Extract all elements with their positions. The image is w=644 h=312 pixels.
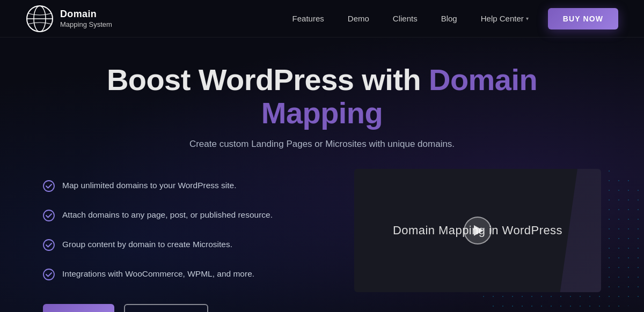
hero-section: Boost WordPress with Domain Mapping Crea… — [0, 38, 644, 312]
hero-left: Map unlimited domains to your WordPress … — [43, 169, 337, 312]
demo-button[interactable]: DEMO — [43, 304, 114, 312]
svg-point-6 — [43, 269, 54, 280]
nav-blog[interactable]: Blog — [441, 14, 457, 23]
logo-name-main: Domain — [60, 9, 112, 20]
feature-text-4: Integrations with WooCommerce, WPML, and… — [62, 268, 254, 280]
check-icon-2 — [43, 210, 55, 221]
hero-right: Domain Mapping in WordPress — [354, 169, 601, 292]
hero-headline-plain: Boost WordPress with — [107, 63, 421, 96]
nav-links: Features Demo Clients Blog Help Center ▾ — [292, 14, 529, 23]
logo[interactable]: Domain Mapping System — [26, 5, 112, 33]
svg-point-3 — [43, 181, 54, 191]
nav-demo[interactable]: Demo — [348, 14, 369, 23]
play-triangle-icon — [474, 225, 484, 236]
globe-icon — [26, 5, 54, 33]
video-box[interactable]: Domain Mapping in WordPress — [354, 169, 601, 292]
pricing-button[interactable]: PRICING — [124, 304, 208, 312]
chevron-down-icon: ▾ — [526, 16, 529, 21]
logo-name-sub: Mapping System — [60, 20, 112, 29]
navigation: Domain Mapping System Features Demo Clie… — [0, 0, 644, 38]
feature-item-4: Integrations with WooCommerce, WPML, and… — [43, 259, 337, 289]
check-icon-3 — [43, 239, 55, 251]
buy-now-button[interactable]: BUY NOW — [548, 8, 618, 29]
svg-point-4 — [43, 210, 54, 221]
check-icon-1 — [43, 180, 55, 192]
check-icon-4 — [43, 269, 55, 280]
nav-help-center[interactable]: Help Center ▾ — [481, 14, 529, 23]
hero-buttons: DEMO PRICING — [43, 304, 337, 312]
feature-item-2: Attach domains to any page, post, or pub… — [43, 200, 337, 230]
hero-body: Map unlimited domains to your WordPress … — [43, 169, 601, 312]
feature-item-3: Group content by domain to create Micros… — [43, 230, 337, 259]
hero-subheadline: Create custom Landing Pages or Microsite… — [189, 139, 455, 150]
feature-text-3: Group content by domain to create Micros… — [62, 239, 232, 250]
nav-features[interactable]: Features — [292, 14, 324, 23]
play-button[interactable] — [464, 217, 492, 244]
feature-item-1: Map unlimited domains to your WordPress … — [43, 171, 337, 200]
feature-text-1: Map unlimited domains to your WordPress … — [62, 180, 237, 191]
nav-clients[interactable]: Clients — [393, 14, 418, 23]
hero-headline: Boost WordPress with Domain Mapping — [43, 63, 601, 129]
svg-point-5 — [43, 240, 54, 250]
feature-text-2: Attach domains to any page, post, or pub… — [62, 209, 273, 221]
